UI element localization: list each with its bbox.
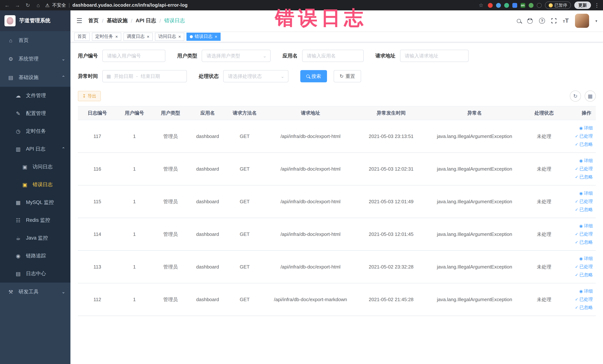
sidebar-item-config-management[interactable]: ✎ 配置管理 (0, 105, 70, 122)
sidebar-item-scheduled-jobs[interactable]: ◷ 定时任务 (0, 122, 70, 140)
cell-exception-time: 2021-05-03 12:02:31 (358, 166, 425, 172)
cell-request-url: /api/infra/db-doc/export-html (263, 231, 358, 237)
cell-actions: ◉ 详细 ✓ 已处理 ✓ 已忽略 (564, 125, 596, 148)
sidebar-item-api-log[interactable]: ▥ API 日志 ⌃ (0, 140, 70, 158)
mark-processed-link[interactable]: ✓ 已处理 (575, 199, 593, 205)
hamburger-icon[interactable]: ☰ (76, 17, 82, 25)
address-bar[interactable]: ⚠ 不安全 | dashboard.yudao.iocoder.cn/infra… (45, 2, 188, 8)
browser-actions: ☆ on 已暂停 更新 ⋮ (478, 1, 600, 9)
sidebar-item-system-management[interactable]: ⚙ 系统管理 ⌄ (0, 50, 70, 68)
reload-icon[interactable]: ↻ (24, 2, 31, 8)
update-button[interactable]: 更新 (574, 1, 591, 9)
tab-home[interactable]: 首页 (74, 33, 90, 41)
table-toolbar: ↧ 导出 ↻ ▦ (78, 91, 596, 102)
extension-icon[interactable] (537, 3, 542, 8)
tab-schedule-log[interactable]: 调度日志 × (123, 33, 153, 41)
caret-down-icon[interactable]: ▾ (595, 19, 597, 23)
check-icon: ✓ (575, 264, 578, 269)
detail-link[interactable]: ◉ 详细 (579, 256, 593, 262)
mark-ignored-link[interactable]: ✓ 已忽略 (575, 141, 593, 148)
user-id-input[interactable] (102, 50, 165, 62)
fullscreen-icon[interactable] (551, 18, 557, 23)
detail-link-label: 详细 (584, 256, 593, 262)
paused-badge[interactable]: 已暂停 (545, 1, 571, 9)
filter-label: 用户类型 (177, 52, 197, 59)
detail-link[interactable]: ◉ 详细 (579, 223, 593, 229)
sidebar-item-home[interactable]: ⌂ 首页 (0, 31, 70, 50)
extension-icon[interactable] (496, 3, 501, 8)
bookmark-star-icon[interactable]: ☆ (478, 2, 484, 8)
detail-link[interactable]: ◉ 详细 (579, 125, 593, 131)
close-icon[interactable]: × (115, 34, 118, 39)
search-button[interactable]: 搜索 (300, 70, 327, 82)
app-name-input[interactable] (302, 50, 363, 62)
browser-home-icon[interactable]: ⌂ (35, 2, 42, 8)
reset-button[interactable]: ↻ 重置 (334, 70, 361, 82)
extension-icon[interactable] (488, 3, 493, 8)
forward-icon[interactable]: → (14, 2, 21, 8)
detail-link[interactable]: ◉ 详细 (579, 190, 593, 197)
process-status-select[interactable]: 请选择处理状态 ⌄ (223, 70, 289, 82)
tab-scheduled-jobs[interactable]: 定时任务 × (92, 33, 121, 41)
mark-processed-link[interactable]: ✓ 已处理 (575, 133, 593, 140)
mark-processed-link[interactable]: ✓ 已处理 (575, 296, 593, 303)
mark-processed-link[interactable]: ✓ 已处理 (575, 264, 593, 270)
sidebar-item-label: 文件管理 (26, 92, 46, 99)
processed-link-label: 已处理 (580, 296, 593, 303)
tab-error-log[interactable]: 错误日志 × (186, 33, 220, 41)
back-icon[interactable]: ← (4, 2, 10, 8)
request-url-input[interactable] (400, 50, 468, 62)
browser-menu-icon[interactable]: ⋮ (594, 2, 600, 8)
close-icon[interactable]: × (178, 34, 181, 39)
sidebar-item-java-monitor[interactable]: ☕ Java 监控 (0, 229, 70, 247)
vue-devtools-icon[interactable] (504, 3, 509, 8)
detail-link[interactable]: ◉ 详细 (579, 158, 593, 164)
sidebar-item-redis-monitor[interactable]: ☷ Redis 监控 (0, 211, 70, 229)
extension-icon[interactable] (512, 3, 517, 8)
close-icon[interactable]: × (147, 34, 150, 39)
cell-request-url: /api/infra/db-doc/export-html (263, 133, 358, 139)
cell-exception-time: 2021-05-02 21:45:28 (358, 297, 425, 302)
sidebar-item-error-log[interactable]: ▣ 错误日志 (0, 176, 70, 194)
sidebar-logo[interactable]: 芋道管理系统 (0, 10, 70, 31)
help-icon[interactable]: ? (539, 18, 545, 24)
sidebar-item-mysql-monitor[interactable]: ▦ MySQL 监控 (0, 194, 70, 211)
mark-ignored-link[interactable]: ✓ 已忽略 (575, 305, 593, 311)
sidebar-item-trace[interactable]: ◉ 链路追踪 (0, 247, 70, 265)
extension-icon[interactable] (529, 3, 533, 8)
mark-ignored-link[interactable]: ✓ 已忽略 (575, 239, 593, 246)
sidebar-item-dev-tools[interactable]: ⚒ 研发工具 ⌄ (0, 282, 70, 301)
breadcrumb-item[interactable]: 首页 (88, 17, 99, 24)
github-icon[interactable] (527, 18, 533, 23)
on-badge-extension-icon[interactable]: on (520, 3, 525, 8)
cell-app-name: dashboard (189, 133, 226, 139)
tab-access-log[interactable]: 访问日志 × (155, 33, 184, 41)
sidebar-item-infrastructure[interactable]: ▤ 基础设施 ⌃ (0, 68, 70, 87)
close-icon[interactable]: × (215, 34, 217, 39)
user-avatar[interactable] (575, 14, 589, 28)
exception-time-range-picker[interactable]: ▦ 开始日期 - 结束日期 (102, 70, 187, 82)
export-button[interactable]: ↧ 导出 (78, 91, 101, 101)
cell-user-id: 1 (117, 166, 152, 172)
search-icon[interactable] (517, 19, 521, 23)
sidebar-item-access-log[interactable]: ▣ 访问日志 (0, 158, 70, 176)
table-row: 116 1 管理员 dashboard GET /api/infra/db-do… (78, 153, 596, 186)
mark-ignored-link[interactable]: ✓ 已忽略 (575, 272, 593, 278)
font-size-icon[interactable]: тT (563, 17, 569, 24)
mark-ignored-link[interactable]: ✓ 已忽略 (575, 174, 593, 180)
url-text[interactable]: dashboard.yudao.iocoder.cn/infra/log/api… (72, 3, 188, 8)
chevron-down-icon: ⌄ (281, 74, 284, 79)
refresh-button[interactable]: ↻ (570, 91, 581, 102)
sidebar-item-file-management[interactable]: ☁ 文件管理 (0, 87, 70, 105)
breadcrumb-item[interactable]: API 日志 (136, 17, 156, 24)
sidebar-item-log-center[interactable]: ▤ 日志中心 (0, 265, 70, 282)
mark-ignored-link[interactable]: ✓ 已忽略 (575, 207, 593, 213)
column-settings-button[interactable]: ▦ (585, 91, 596, 102)
breadcrumb-item[interactable]: 基础设施 (107, 17, 128, 24)
detail-link[interactable]: ◉ 详细 (579, 288, 593, 294)
user-type-select[interactable]: 请选择用户类型 ⌄ (202, 50, 271, 62)
mark-processed-link[interactable]: ✓ 已处理 (575, 231, 593, 237)
table-header: 日志编号 用户编号 用户类型 应用名 请求方法名 请求地址 异常发生时间 异常名… (78, 106, 596, 120)
mark-processed-link[interactable]: ✓ 已处理 (575, 166, 593, 172)
reset-button-group: ↻ 重置 (334, 70, 361, 82)
